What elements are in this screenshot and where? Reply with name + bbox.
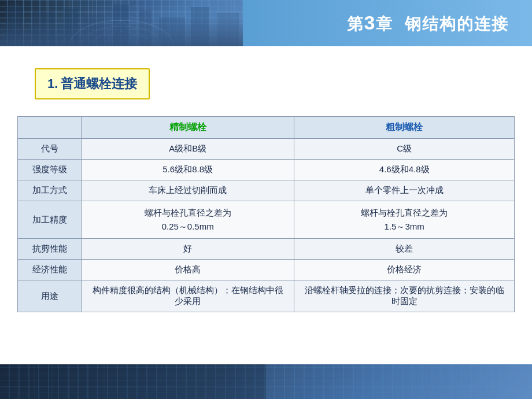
header-title-area: 第3章 钢结构的连接 — [243, 0, 532, 46]
table-header-row: 精制螺栓 粗制螺栓 — [18, 117, 515, 139]
svg-line-27 — [121, 20, 156, 46]
table-cell-cu: 价格经济 — [294, 260, 515, 280]
table-header-empty — [18, 117, 82, 139]
title-chapter-label: 章 — [376, 15, 393, 33]
title-prefix: 第 — [347, 15, 364, 33]
table-cell-jing: A级和B级 — [82, 139, 294, 160]
section-number: 1. — [47, 76, 58, 91]
table-cell-jing: 5.6级和8.8级 — [82, 160, 294, 180]
svg-line-26 — [87, 20, 121, 46]
table-cell-jing: 车床上经过切削而成 — [82, 180, 294, 201]
table-header-jing: 精制螺栓 — [82, 117, 294, 139]
svg-rect-18 — [113, 5, 129, 46]
table-header-cu: 粗制螺栓 — [294, 117, 515, 139]
chapter-number: 3 — [364, 12, 376, 34]
table-cell-label: 用途 — [18, 280, 82, 312]
table-cell-jing: 价格高 — [82, 260, 294, 280]
section-heading-wrapper: 1. 普通螺栓连接 — [17, 57, 515, 108]
table-cell-cu: 沿螺栓杆轴受拉的连接；次要的抗剪连接；安装的临时固定 — [294, 280, 515, 312]
table-row: 代号A级和B级C级 — [18, 139, 515, 160]
svg-rect-30 — [0, 364, 266, 399]
svg-rect-20 — [159, 17, 185, 46]
table-cell-jing: 螺杆与栓孔直径之差为0.25～0.5mm — [82, 201, 294, 239]
svg-rect-15 — [32, 12, 55, 46]
section-heading-box: 1. 普通螺栓连接 — [35, 68, 150, 99]
section-title: 普通螺栓连接 — [61, 76, 137, 91]
svg-rect-17 — [84, 14, 104, 46]
svg-rect-16 — [64, 9, 78, 46]
table-row: 经济性能价格高价格经济 — [18, 260, 515, 280]
table-cell-label: 加工精度 — [18, 201, 82, 239]
table-cell-label: 代号 — [18, 139, 82, 160]
svg-line-28 — [104, 20, 121, 46]
table-cell-cu: C级 — [294, 139, 515, 160]
table-cell-jing: 构件精度很高的结构（机械结构）；在钢结构中很少采用 — [82, 280, 294, 312]
header: 第3章 钢结构的连接 — [0, 0, 532, 46]
svg-point-24 — [81, 26, 162, 46]
table-cell-label: 加工方式 — [18, 180, 82, 201]
table-row: 强度等级5.6级和8.8级4.6级和4.8级 — [18, 160, 515, 180]
table-cell-jing: 好 — [82, 239, 294, 260]
svg-point-25 — [93, 32, 150, 46]
svg-rect-31 — [266, 364, 532, 399]
table-cell-cu: 4.6级和4.8级 — [294, 160, 515, 180]
bottom-strip — [0, 364, 532, 399]
svg-rect-22 — [217, 13, 239, 46]
title-main: 钢结构的连接 — [405, 15, 509, 33]
header-title: 第3章 钢结构的连接 — [347, 12, 509, 35]
table-row: 抗剪性能好较差 — [18, 239, 515, 260]
table-row: 加工精度螺杆与栓孔直径之差为0.25～0.5mm螺杆与栓孔直径之差为1.5～3m… — [18, 201, 515, 239]
table-cell-cu: 螺杆与栓孔直径之差为1.5～3mm — [294, 201, 515, 239]
comparison-table-container: 精制螺栓 粗制螺栓 代号A级和B级C级强度等级5.6级和8.8级4.6级和4.8… — [17, 116, 515, 312]
table-cell-label: 强度等级 — [18, 160, 82, 180]
header-image — [0, 0, 243, 46]
table-cell-label: 抗剪性能 — [18, 239, 82, 260]
table-cell-cu: 单个零件上一次冲成 — [294, 180, 515, 201]
svg-line-29 — [121, 20, 139, 46]
svg-rect-21 — [191, 7, 209, 46]
svg-rect-14 — [9, 3, 20, 46]
svg-rect-19 — [139, 10, 152, 46]
comparison-table: 精制螺栓 粗制螺栓 代号A级和B级C级强度等级5.6级和8.8级4.6级和4.8… — [17, 116, 515, 312]
table-row: 用途构件精度很高的结构（机械结构）；在钢结构中很少采用沿螺栓杆轴受拉的连接；次要… — [18, 280, 515, 312]
table-cell-cu: 较差 — [294, 239, 515, 260]
svg-point-23 — [69, 20, 173, 46]
table-cell-label: 经济性能 — [18, 260, 82, 280]
table-row: 加工方式车床上经过切削而成单个零件上一次冲成 — [18, 180, 515, 201]
